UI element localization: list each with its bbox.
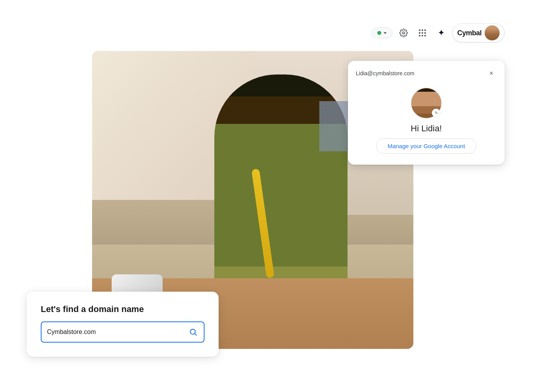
- search-input-wrapper: [41, 321, 205, 343]
- apps-button[interactable]: [415, 25, 430, 41]
- close-button[interactable]: ×: [486, 68, 497, 79]
- sparkle-icon: ✦: [438, 28, 445, 38]
- sparkle-button[interactable]: ✦: [433, 25, 449, 41]
- svg-point-0: [402, 32, 405, 34]
- user-avatar-small: [485, 25, 500, 40]
- popup-header: Lidia@cymbalstore.com ×: [348, 61, 505, 84]
- brand-chip[interactable]: Cymbal: [452, 24, 505, 42]
- search-button[interactable]: [188, 327, 198, 337]
- brand-name: Cymbal: [457, 29, 482, 37]
- avatar-edit-button[interactable]: ✎: [432, 109, 440, 117]
- domain-search-input[interactable]: [47, 328, 184, 336]
- google-account-popup: Lidia@cymbalstore.com × ✎ Hi Lidia! Mana…: [348, 61, 505, 165]
- status-pill[interactable]: [371, 27, 393, 38]
- status-dot: [377, 31, 381, 35]
- domain-heading: Let's find a domain name: [41, 304, 205, 314]
- gear-icon: [399, 29, 408, 37]
- popup-content: ✎ Hi Lidia! Manage your Google Account: [348, 84, 505, 165]
- user-email: Lidia@cymbalstore.com: [356, 70, 415, 76]
- user-avatar-large: ✎: [411, 87, 442, 119]
- svg-line-2: [195, 334, 196, 335]
- apps-grid-icon: [418, 29, 427, 37]
- top-nav: ✦ Cymbal: [371, 24, 505, 42]
- search-icon: [189, 328, 197, 336]
- main-scene: ✦ Cymbal Lidia@cymbalstore.com × ✎ Hi Li…: [0, 0, 536, 392]
- domain-search-card: Let's find a domain name: [27, 292, 219, 357]
- settings-button[interactable]: [396, 25, 411, 41]
- chevron-down-icon: [384, 32, 387, 34]
- greeting-text: Hi Lidia!: [411, 123, 442, 134]
- manage-account-button[interactable]: Manage your Google Account: [376, 138, 476, 154]
